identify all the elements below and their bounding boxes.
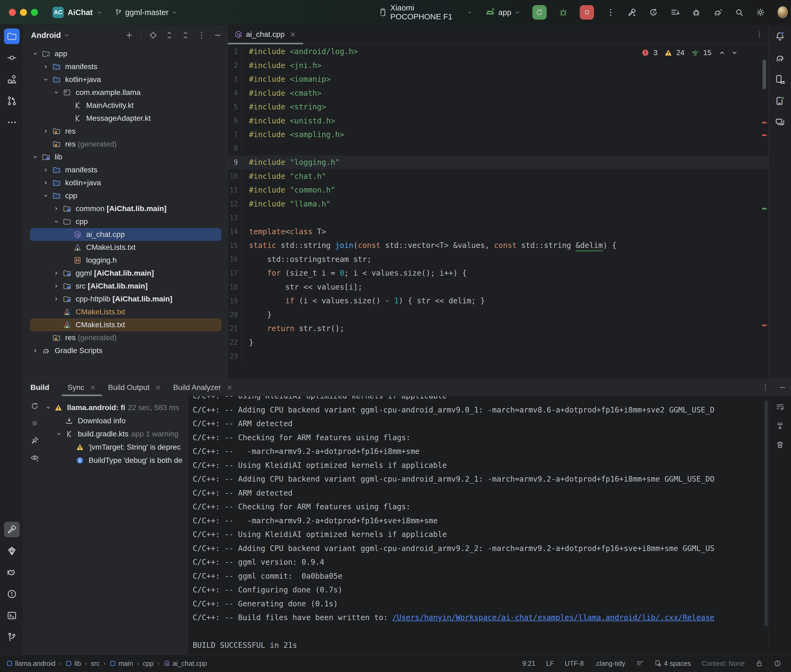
- status-widget-problem-circle[interactable]: [774, 660, 781, 667]
- suspend-icon[interactable]: [30, 419, 39, 428]
- build-tool-tool-button[interactable]: [4, 522, 20, 537]
- plus-icon[interactable]: [125, 31, 133, 40]
- commit-tool-button[interactable]: [4, 50, 20, 66]
- vcs-branch-widget[interactable]: ggml-master: [114, 0, 178, 25]
- breadcrumb-item-cpp[interactable]: cpp: [143, 660, 154, 667]
- tree-item-ggml[interactable]: ggml [AiChat.lib.main]: [30, 267, 221, 280]
- gemini-tool-button[interactable]: [4, 565, 20, 580]
- kebab-icon[interactable]: [761, 384, 770, 392]
- terminal-tool-button[interactable]: [4, 608, 20, 623]
- build-tab-sync[interactable]: Sync: [62, 379, 102, 396]
- sync-tree-item[interactable]: BuildType 'debug' is both de: [44, 454, 188, 467]
- tree-item-kotlin-java[interactable]: kotlin+java: [30, 73, 221, 86]
- status-widget-context-none[interactable]: Context: None: [702, 660, 745, 667]
- window-minimize-button[interactable]: [20, 9, 27, 16]
- chevron-down-icon[interactable]: [44, 404, 54, 411]
- kebab-icon[interactable]: [606, 7, 616, 18]
- chevron-right-icon[interactable]: [53, 269, 63, 277]
- chevron-right-icon[interactable]: [42, 128, 52, 135]
- sync-tree-item[interactable]: 'jvmTarget: String' is deprec: [44, 440, 188, 454]
- run-configuration-selector[interactable]: app: [485, 7, 520, 18]
- tree-item-kotlin-java[interactable]: kotlin+java: [30, 176, 221, 189]
- app-quality-insights-tool-button[interactable]: [4, 543, 20, 559]
- device-manager-tool-button[interactable]: [772, 72, 788, 87]
- soft-wrap-icon[interactable]: [775, 403, 785, 412]
- sync-tree-item[interactable]: Download info: [44, 414, 188, 427]
- close-icon[interactable]: [90, 384, 96, 391]
- tree-item-com-example-llama[interactable]: com.example.llama: [30, 86, 221, 99]
- tree-item-common[interactable]: common [AiChat.lib.main]: [30, 202, 221, 215]
- tree-item-src[interactable]: src [AiChat.lib.main]: [30, 280, 221, 293]
- structure-tool-button[interactable]: [4, 72, 20, 87]
- build-output-path-link[interactable]: /Users/hanyin/Workspace/ai-chat/examples…: [392, 613, 714, 622]
- notifications-tool-button[interactable]: [772, 29, 788, 44]
- device-selector[interactable]: Xiaomi POCOPHONE F1: [378, 3, 473, 21]
- console-scrollbar[interactable]: [765, 400, 768, 626]
- pin-icon[interactable]: [30, 436, 39, 445]
- filter-eye-icon[interactable]: [30, 453, 39, 462]
- settings-icon[interactable]: [756, 7, 765, 18]
- breadcrumb-item-llama-android[interactable]: llama.android: [6, 660, 55, 667]
- tree-item-app[interactable]: app: [30, 47, 221, 60]
- profiler-icon[interactable]: [692, 7, 701, 18]
- project-tool-button[interactable]: [4, 29, 20, 44]
- refresh-icon[interactable]: [30, 402, 39, 411]
- sync-tree-item[interactable]: build.gradle.ktsapp 1 warning: [44, 427, 188, 440]
- tree-item-cmakelists-txt[interactable]: CMakeLists.txt: [30, 306, 221, 318]
- build-tab-build-analyzer[interactable]: Build Analyzer: [167, 379, 239, 396]
- tree-item-mainactivity-kt[interactable]: MainActivity.kt: [30, 99, 221, 112]
- tree-item-ai-chat-cpp[interactable]: Cai_chat.cpp: [30, 228, 221, 241]
- chevron-right-icon[interactable]: [53, 295, 63, 303]
- tree-item-cpp[interactable]: cpp: [30, 215, 221, 228]
- hide-icon[interactable]: [779, 384, 787, 392]
- expand-all-icon[interactable]: [165, 31, 173, 40]
- build-icon[interactable]: [627, 7, 637, 18]
- editor-options-kebab-icon[interactable]: [756, 30, 764, 38]
- chevron-down-icon[interactable]: [53, 89, 63, 96]
- gemini-chat-tool-button[interactable]: [772, 115, 788, 130]
- chevron-down-icon[interactable]: [42, 76, 52, 83]
- status-widget-utf-8[interactable]: UTF-8: [565, 660, 584, 667]
- pull-requests-tool-button[interactable]: [4, 93, 20, 109]
- sync-console[interactable]: C/C++: -- Using KleidiAI optimized kerne…: [188, 396, 769, 654]
- sync-tree-item[interactable]: llama.android: fi22 sec, 583 ms: [44, 401, 188, 414]
- close-icon[interactable]: [155, 384, 161, 391]
- scroll-end-icon[interactable]: [775, 421, 785, 430]
- editor-scrollbar[interactable]: [762, 60, 766, 89]
- tree-item-cmakelists-txt[interactable]: CMakeLists.txt: [30, 241, 221, 254]
- tree-item-res[interactable]: res (generated): [30, 138, 221, 150]
- breadcrumb-item-main[interactable]: main: [109, 660, 133, 667]
- chevron-right-icon[interactable]: [53, 205, 63, 213]
- chevron-right-icon[interactable]: [42, 179, 52, 187]
- tree-item-gradle-scripts[interactable]: Gradle Scripts: [30, 344, 221, 357]
- status-widget-unlock[interactable]: [756, 660, 763, 667]
- close-icon[interactable]: [289, 31, 296, 38]
- inspections-widget[interactable]: 3 24 15: [641, 48, 739, 57]
- window-zoom-button[interactable]: [31, 9, 38, 16]
- tree-item-cpp[interactable]: cpp: [30, 189, 221, 202]
- gradle-sync-icon[interactable]: [713, 7, 723, 18]
- kebab-icon[interactable]: [197, 31, 206, 40]
- next-problem-chevron-icon[interactable]: [730, 48, 739, 57]
- clear-all-icon[interactable]: [775, 440, 785, 450]
- chevron-right-icon[interactable]: [32, 347, 42, 354]
- breadcrumb-item-src[interactable]: src: [91, 660, 99, 667]
- more-tool-windows-tool-button[interactable]: [4, 115, 20, 130]
- version-control-tool-button[interactable]: [4, 629, 20, 645]
- tree-item-cpp-httplib[interactable]: cpp-httplib [AiChat.lib.main]: [30, 293, 221, 306]
- status-widget--clang-tidy[interactable]: .clang-tidy: [595, 660, 625, 667]
- avatar[interactable]: [777, 6, 788, 19]
- window-close-button[interactable]: [9, 9, 16, 16]
- status-widget-9-21[interactable]: 9:21: [522, 660, 535, 667]
- stop-button[interactable]: [580, 5, 594, 20]
- status-widget-4-spaces[interactable]: 4 spaces: [654, 660, 691, 667]
- editor-tab-ai-chat-cpp[interactable]: C ai_chat.cpp: [228, 25, 303, 44]
- tree-item-res[interactable]: res: [30, 125, 221, 138]
- status-widget-inspections-widget[interactable]: [636, 660, 643, 667]
- tree-item-res[interactable]: res (generated): [30, 331, 221, 344]
- tree-item-manifests[interactable]: manifests: [30, 60, 221, 73]
- gradle-tool-button[interactable]: [772, 50, 788, 66]
- chevron-down-icon[interactable]: [42, 192, 52, 200]
- chevron-right-icon[interactable]: [53, 282, 63, 290]
- prev-problem-chevron-icon[interactable]: [718, 48, 727, 57]
